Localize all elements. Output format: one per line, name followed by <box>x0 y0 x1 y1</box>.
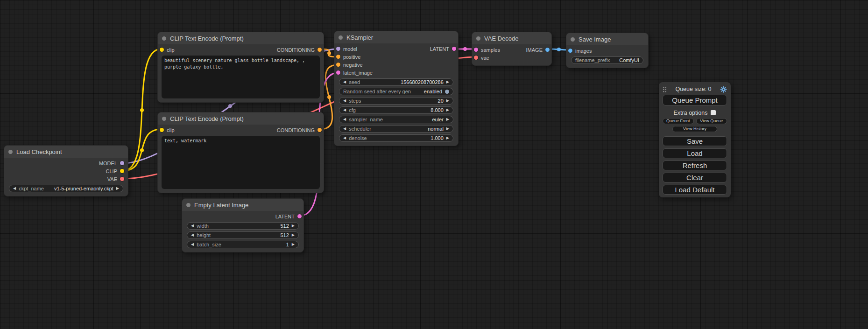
clip-port-dot[interactable] <box>160 128 164 132</box>
next-arrow-icon[interactable]: ▶ <box>446 99 449 103</box>
model-port-dot[interactable] <box>336 47 340 51</box>
input-port-vae[interactable]: vae <box>474 55 489 61</box>
prev-arrow-icon[interactable]: ◀ <box>191 233 194 237</box>
next-arrow-icon[interactable]: ▶ <box>292 243 295 246</box>
drag-handle-icon[interactable] <box>663 86 667 92</box>
output-port-image[interactable]: IMAGE <box>526 47 550 53</box>
node-ksampler[interactable]: KSampler model LATENT positive negative … <box>334 31 459 146</box>
view-history-button[interactable]: View History <box>672 126 717 132</box>
prev-arrow-icon[interactable]: ◀ <box>343 136 346 140</box>
input-port-clip[interactable]: clip <box>160 127 175 133</box>
width-widget[interactable]: ◀ width 512 ▶ <box>187 222 299 230</box>
node-title-bar[interactable]: CLIP Text Encode (Prompt) <box>158 112 324 125</box>
node-title-bar[interactable]: Save Image <box>566 33 648 45</box>
image-port-dot[interactable] <box>568 49 572 53</box>
input-port-latent-image[interactable]: latent_image <box>336 70 373 76</box>
node-title-bar[interactable]: KSampler <box>334 31 458 43</box>
conditioning-port-dot[interactable] <box>318 48 322 52</box>
denoise-widget[interactable]: ◀ denoise 1.000 ▶ <box>339 134 453 142</box>
node-graph-canvas[interactable]: Load Checkpoint MODEL CLIP VAE ◀ ckpt_na… <box>0 0 868 329</box>
input-port-clip[interactable]: clip <box>160 47 175 53</box>
steps-widget[interactable]: ◀ steps 20 ▶ <box>339 97 453 105</box>
node-empty-latent-image[interactable]: Empty Latent Image LATENT ◀ width 512 ▶ … <box>182 198 304 252</box>
next-arrow-icon[interactable]: ▶ <box>446 127 449 131</box>
next-arrow-icon[interactable]: ▶ <box>446 80 449 84</box>
refresh-button[interactable]: Refresh <box>663 161 727 170</box>
filename-prefix-widget[interactable]: filename_prefix ComfyUI <box>571 56 643 64</box>
random-seed-toggle-widget[interactable]: Random seed after every gen enabled <box>339 88 453 95</box>
model-port-dot[interactable] <box>120 161 124 165</box>
queue-prompt-button[interactable]: Queue Prompt <box>663 95 727 105</box>
input-port-positive[interactable]: positive <box>336 54 360 60</box>
load-button[interactable]: Load <box>663 148 727 158</box>
prev-arrow-icon[interactable]: ◀ <box>343 99 346 103</box>
next-arrow-icon[interactable]: ▶ <box>446 108 449 112</box>
prompt-textarea[interactable]: text, watermark <box>162 136 320 189</box>
settings-gear-icon[interactable] <box>720 86 727 93</box>
next-arrow-icon[interactable]: ▶ <box>292 233 295 237</box>
prompt-textarea[interactable]: beautiful scenery nature glass bottle la… <box>162 56 320 98</box>
clear-button[interactable]: Clear <box>663 173 727 182</box>
input-port-samples[interactable]: samples <box>474 47 500 53</box>
collapse-dot-icon[interactable] <box>8 150 13 154</box>
node-title-bar[interactable]: VAE Decode <box>472 32 551 44</box>
clip-port-dot[interactable] <box>120 169 124 173</box>
collapse-dot-icon[interactable] <box>476 36 480 41</box>
node-title-bar[interactable]: Load Checkpoint <box>4 146 128 158</box>
queue-front-button[interactable]: Queue Front <box>663 118 694 124</box>
conditioning-port-dot[interactable] <box>318 128 322 132</box>
toggle-dot-icon[interactable] <box>445 90 449 94</box>
node-title-bar[interactable]: CLIP Text Encode (Prompt) <box>158 32 324 44</box>
extra-options-checkbox[interactable] <box>711 110 716 115</box>
node-title-bar[interactable]: Empty Latent Image <box>182 199 303 211</box>
latent-port-dot[interactable] <box>474 48 478 52</box>
output-port-clip[interactable]: CLIP <box>106 168 124 174</box>
conditioning-port-dot[interactable] <box>336 63 340 67</box>
prev-arrow-icon[interactable]: ◀ <box>343 108 346 112</box>
prev-arrow-icon[interactable]: ◀ <box>343 80 346 84</box>
clip-port-dot[interactable] <box>160 48 164 52</box>
output-port-vae[interactable]: VAE <box>107 176 124 182</box>
conditioning-port-dot[interactable] <box>336 55 340 59</box>
sampler-name-widget[interactable]: ◀ sampler_name euler ▶ <box>339 116 453 123</box>
output-port-conditioning[interactable]: CONDITIONING <box>277 127 322 133</box>
load-default-button[interactable]: Load Default <box>663 185 727 195</box>
collapse-dot-icon[interactable] <box>571 37 575 42</box>
input-port-images[interactable]: images <box>568 48 592 54</box>
output-port-latent[interactable]: LATENT <box>430 46 456 52</box>
node-clip-text-encode-negative[interactable]: CLIP Text Encode (Prompt) clip CONDITION… <box>157 112 324 193</box>
collapse-dot-icon[interactable] <box>186 203 191 207</box>
batch-size-widget[interactable]: ◀ batch_size 1 ▶ <box>187 241 299 248</box>
save-button[interactable]: Save <box>663 136 727 146</box>
height-widget[interactable]: ◀ height 512 ▶ <box>187 231 299 239</box>
node-clip-text-encode-positive[interactable]: CLIP Text Encode (Prompt) clip CONDITION… <box>157 32 324 103</box>
image-port-dot[interactable] <box>545 48 550 52</box>
cfg-widget[interactable]: ◀ cfg 8.000 ▶ <box>339 106 453 114</box>
output-port-model[interactable]: MODEL <box>99 161 124 166</box>
input-port-model[interactable]: model <box>336 46 357 52</box>
vae-port-dot[interactable] <box>120 177 124 181</box>
prev-arrow-icon[interactable]: ◀ <box>191 224 194 228</box>
next-arrow-icon[interactable]: ▶ <box>446 118 449 121</box>
prev-arrow-icon[interactable]: ◀ <box>343 127 346 131</box>
ckpt-name-widget[interactable]: ◀ ckpt_name v1-5-pruned-emaonly.ckpt ▶ <box>9 185 123 192</box>
next-arrow-icon[interactable]: ▶ <box>292 224 295 228</box>
prev-arrow-icon[interactable]: ◀ <box>343 118 346 121</box>
node-load-checkpoint[interactable]: Load Checkpoint MODEL CLIP VAE ◀ ckpt_na… <box>4 145 128 196</box>
node-save-image[interactable]: Save Image images filename_prefix ComfyU… <box>566 33 649 68</box>
input-port-negative[interactable]: negative <box>336 62 363 68</box>
node-vae-decode[interactable]: VAE Decode samples IMAGE vae <box>472 32 552 66</box>
vae-port-dot[interactable] <box>474 56 478 60</box>
prev-arrow-icon[interactable]: ◀ <box>13 187 16 190</box>
seed-widget[interactable]: ◀ seed 156680208700286 ▶ <box>339 78 453 86</box>
latent-port-dot[interactable] <box>452 47 456 51</box>
scheduler-widget[interactable]: ◀ scheduler normal ▶ <box>339 125 453 133</box>
collapse-dot-icon[interactable] <box>162 117 166 121</box>
collapse-dot-icon[interactable] <box>339 35 343 40</box>
output-port-latent[interactable]: LATENT <box>275 214 302 219</box>
view-queue-button[interactable]: View Queue <box>696 118 727 124</box>
output-port-conditioning[interactable]: CONDITIONING <box>277 47 322 53</box>
next-arrow-icon[interactable]: ▶ <box>446 136 449 140</box>
prev-arrow-icon[interactable]: ◀ <box>191 243 194 246</box>
latent-port-dot[interactable] <box>297 214 302 218</box>
